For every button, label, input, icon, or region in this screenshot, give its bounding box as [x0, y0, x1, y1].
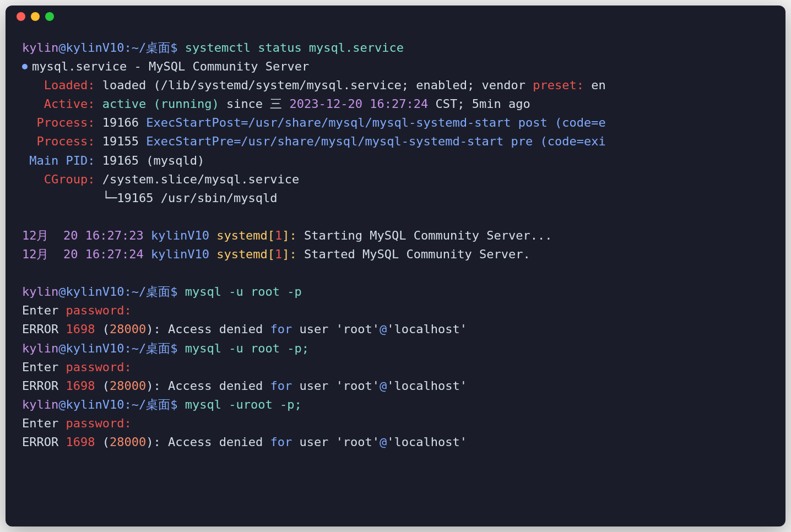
loaded-value: loaded (/lib/systemd/system/mysql.servic…: [102, 78, 533, 92]
command-1: systemctl status mysql.service: [185, 41, 404, 55]
password-label: password:: [66, 360, 131, 374]
prompt-dollar: $: [170, 41, 177, 55]
process2-label: Process:: [37, 134, 95, 148]
error-user-val: 'root': [336, 379, 380, 393]
log1-date: 12月 20 16:27:23: [22, 229, 144, 242]
active-label: Active:: [44, 97, 95, 111]
prompt-dollar: $: [170, 285, 177, 298]
log1-num: 1: [275, 229, 282, 242]
active-since: since 三: [219, 97, 290, 111]
prompt-at: @: [58, 398, 66, 411]
process1-pid: 19166: [95, 116, 146, 129]
cgroup-label: CGroup:: [44, 172, 95, 186]
log2-close: ]:: [282, 247, 304, 261]
terminal-content[interactable]: kylin@kylinV10:~/桌面$ systemctl status my…: [6, 28, 785, 463]
prompt-dollar: $: [170, 398, 177, 411]
window-titlebar: [6, 6, 785, 28]
terminal-window: kylin@kylinV10:~/桌面$ systemctl status my…: [6, 6, 785, 526]
command-2: mysql -u root -p: [185, 285, 302, 298]
error-paren-close: ):: [146, 379, 168, 393]
error-user-word: user: [292, 379, 335, 393]
log1-src: systemd[: [216, 229, 275, 242]
password-label: password:: [66, 416, 131, 430]
prompt-path: ~/桌面: [132, 341, 171, 355]
loaded-label: Loaded:: [44, 78, 95, 92]
error-prefix: ERROR: [22, 379, 66, 393]
loaded-en: en: [584, 78, 606, 92]
process2-exec: ExecStartPre=/usr/share/mysql/mysql-syst…: [146, 134, 605, 148]
minimize-icon[interactable]: [31, 12, 40, 21]
prompt-user: kylin: [22, 398, 58, 411]
error-code: 1698: [66, 435, 95, 449]
prompt-host: kylinV10: [66, 285, 124, 298]
error-for: for: [270, 379, 292, 393]
mainpid-value: 19165 (mysqld): [95, 154, 204, 167]
prompt-host: kylinV10: [66, 398, 124, 411]
password-label: password:: [66, 303, 131, 317]
close-icon[interactable]: [17, 12, 25, 21]
log2-num: 1: [275, 247, 282, 261]
command-4: mysql -uroot -p;: [185, 398, 302, 411]
error-user-word: user: [292, 322, 335, 336]
log1-msg: Starting MySQL Community Server...: [304, 229, 552, 242]
error-paren-open: (: [95, 322, 110, 336]
error-host-val: 'localhost': [387, 322, 467, 336]
process2-pid: 19155: [95, 134, 146, 148]
service-line: mysql.service - MySQL Community Server: [32, 59, 309, 73]
log1-host: kylinV10: [144, 229, 216, 242]
prompt-dollar: $: [170, 341, 177, 355]
prompt-colon: :: [124, 341, 131, 355]
enter-password-text: Enter: [22, 360, 66, 374]
prompt-colon: :: [124, 41, 131, 55]
error-prefix: ERROR: [22, 322, 66, 336]
log2-date: 12月 20 16:27:24: [22, 247, 144, 261]
prompt-host: kylinV10: [66, 41, 124, 55]
cgroup-child: └─19165 /usr/sbin/mysqld: [102, 191, 278, 205]
error-prefix: ERROR: [22, 435, 66, 449]
error-for: for: [270, 322, 292, 336]
log2-src: systemd[: [216, 247, 275, 261]
error-paren-close: ):: [146, 435, 168, 449]
enter-password-text: Enter: [22, 303, 66, 317]
log2-host: kylinV10: [144, 247, 216, 261]
error-access-denied: Access denied: [168, 322, 270, 336]
error-code: 1698: [66, 322, 95, 336]
status-bullet-icon: [22, 64, 28, 69]
error-user-val: 'root': [336, 435, 380, 449]
process1-label: Process:: [37, 116, 95, 129]
prompt-path: ~/桌面: [132, 41, 171, 55]
log2-msg: Started MySQL Community Server.: [304, 247, 530, 261]
error-at: @: [380, 379, 387, 393]
command-3: mysql -u root -p;: [185, 341, 309, 355]
error-paren-open: (: [95, 379, 110, 393]
mainpid-label: Main PID:: [29, 154, 95, 167]
maximize-icon[interactable]: [45, 12, 54, 21]
error-at: @: [380, 435, 387, 449]
error-for: for: [270, 435, 292, 449]
error-sqlstate: 28000: [110, 379, 146, 393]
prompt-at: @: [58, 341, 66, 355]
error-code: 1698: [66, 379, 95, 393]
active-cst: CST; 5min ago: [428, 97, 530, 111]
prompt-user: kylin: [22, 41, 58, 55]
error-user-val: 'root': [336, 322, 380, 336]
prompt-at: @: [58, 41, 66, 55]
prompt-user: kylin: [22, 341, 58, 355]
prompt-colon: :: [124, 285, 131, 298]
active-date: 2023-12-20 16:27:24: [290, 97, 429, 111]
prompt-user: kylin: [22, 285, 58, 298]
error-paren-open: (: [95, 435, 110, 449]
prompt-path: ~/桌面: [132, 398, 171, 411]
log1-close: ]:: [282, 229, 304, 242]
error-at: @: [380, 322, 387, 336]
error-sqlstate: 28000: [110, 435, 146, 449]
error-host-val: 'localhost': [387, 379, 467, 393]
process1-exec: ExecStartPost=/usr/share/mysql/mysql-sys…: [146, 116, 605, 129]
enter-password-text: Enter: [22, 416, 66, 430]
preset-label: preset:: [533, 78, 584, 92]
active-state: active (running): [102, 97, 219, 111]
error-access-denied: Access denied: [168, 379, 270, 393]
cgroup-value: /system.slice/mysql.service: [95, 172, 299, 186]
error-sqlstate: 28000: [110, 322, 146, 336]
error-access-denied: Access denied: [168, 435, 270, 449]
